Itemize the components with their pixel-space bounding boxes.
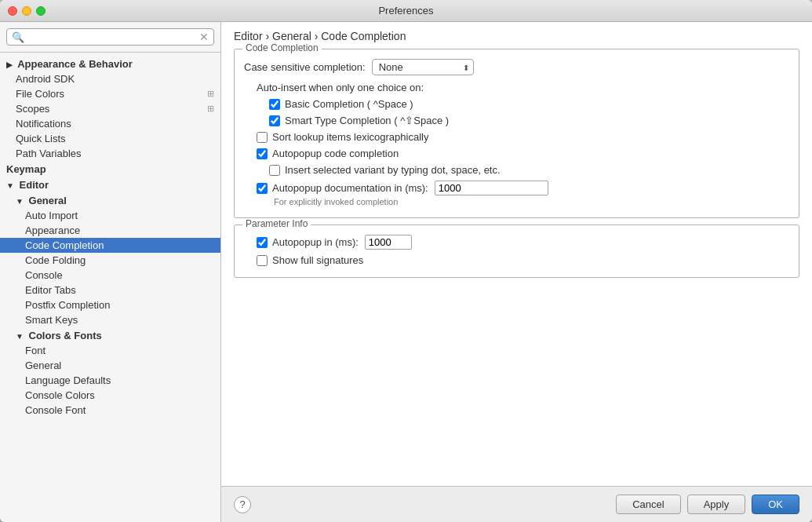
insert-selected-label: Insert selected variant by typing dot, s… — [285, 164, 501, 176]
auto-insert-label: Auto-insert when only one choice on: — [244, 82, 789, 93]
sidebar-item-smart-keys[interactable]: Smart Keys — [0, 312, 220, 327]
autopopup-doc-checkbox[interactable] — [257, 183, 268, 194]
sidebar-item-console-font[interactable]: Console Font — [0, 403, 220, 418]
code-completion-section: Code Completion Case sensitive completio… — [234, 49, 799, 218]
sidebar-item-code-completion[interactable]: Code Completion — [0, 238, 220, 253]
tree: ▶ Appearance & Behavior Android SDK File… — [0, 53, 220, 522]
search-icon: 🔍 — [12, 31, 24, 43]
editor-expand-icon: ▼ — [6, 181, 14, 190]
sidebar-item-appearance[interactable]: Appearance — [0, 223, 220, 238]
expand-icon: ▶ — [6, 60, 13, 69]
basic-completion-checkbox[interactable] — [269, 99, 280, 110]
sidebar-item-font[interactable]: Font — [0, 343, 220, 358]
autopopup-ms-checkbox[interactable] — [257, 237, 268, 248]
insert-selected-checkbox[interactable] — [269, 165, 280, 176]
sort-lookup-label: Sort lookup items lexicographically — [272, 131, 428, 143]
sidebar-item-quick-lists[interactable]: Quick Lists — [0, 131, 220, 146]
button-group: Cancel Apply OK — [616, 495, 799, 514]
basic-completion-label: Basic Completion ( ^Space ) — [285, 98, 413, 110]
autopopup-doc-input[interactable] — [435, 181, 548, 195]
breadcrumb: Editor › General › Code Completion — [221, 22, 812, 42]
case-sensitive-select-wrap: None First letter All letters — [372, 59, 474, 75]
sort-lookup-row: Sort lookup items lexicographically — [244, 131, 789, 143]
sidebar: 🔍 ✕ ▶ Appearance & Behavior Android SDK … — [0, 22, 221, 522]
sidebar-item-language-defaults[interactable]: Language Defaults — [0, 373, 220, 388]
file-colors-icon: ⊞ — [207, 89, 214, 99]
sidebar-item-file-colors[interactable]: File Colors ⊞ — [0, 86, 220, 101]
sort-lookup-checkbox[interactable] — [257, 132, 268, 143]
autopopup-doc-label: Autopopup documentation in (ms): — [272, 182, 428, 194]
basic-completion-row: Basic Completion ( ^Space ) — [244, 98, 789, 110]
parameter-info-title: Parameter Info — [242, 218, 311, 229]
code-completion-title: Code Completion — [242, 42, 322, 53]
smart-type-checkbox[interactable] — [269, 115, 280, 126]
smart-type-row: Smart Type Completion ( ^⇧Space ) — [244, 115, 789, 126]
help-button[interactable]: ? — [234, 496, 251, 513]
for-explicitly-label: For explicitly invoked completion — [246, 197, 789, 206]
autopopup-ms-label: Autopopup in (ms): — [272, 236, 359, 248]
sidebar-item-android-sdk[interactable]: Android SDK — [0, 71, 220, 86]
ok-button[interactable]: OK — [752, 495, 799, 514]
autopopup-code-checkbox[interactable] — [257, 148, 268, 159]
case-sensitive-row: Case sensitive completion: None First le… — [244, 59, 789, 75]
minimize-button[interactable] — [22, 6, 31, 16]
search-input[interactable] — [27, 31, 199, 43]
general-expand-icon: ▼ — [16, 197, 24, 206]
sidebar-item-colors-fonts[interactable]: ▼ Colors & Fonts — [0, 327, 220, 343]
sidebar-item-notifications[interactable]: Notifications — [0, 116, 220, 131]
sidebar-item-scopes[interactable]: Scopes ⊞ — [0, 101, 220, 116]
autopopup-doc-row: Autopopup documentation in (ms): — [244, 181, 789, 195]
main-scroll: Editor › General › Code Completion Code … — [221, 22, 812, 486]
search-box: 🔍 ✕ — [0, 22, 220, 53]
colors-fonts-expand-icon: ▼ — [16, 332, 24, 341]
case-sensitive-select[interactable]: None First letter All letters — [372, 59, 474, 75]
close-button[interactable] — [8, 6, 17, 16]
autopopup-ms-row: Autopopup in (ms): — [244, 235, 789, 250]
main-content: 🔍 ✕ ▶ Appearance & Behavior Android SDK … — [0, 22, 812, 522]
insert-selected-row: Insert selected variant by typing dot, s… — [244, 164, 789, 176]
sidebar-item-keymap[interactable]: Keymap — [0, 161, 220, 177]
apply-button[interactable]: Apply — [687, 495, 746, 514]
main-panel: Editor › General › Code Completion Code … — [221, 22, 812, 522]
cancel-button[interactable]: Cancel — [616, 495, 680, 514]
parameter-info-section: Parameter Info Autopopup in (ms): Show f… — [234, 224, 799, 278]
sidebar-item-console-colors[interactable]: Console Colors — [0, 388, 220, 403]
show-full-sigs-checkbox[interactable] — [257, 255, 268, 266]
search-wrap: 🔍 ✕ — [6, 28, 214, 46]
sidebar-item-auto-import[interactable]: Auto Import — [0, 208, 220, 223]
clear-icon[interactable]: ✕ — [199, 31, 209, 43]
autopopup-ms-input[interactable] — [365, 235, 412, 250]
maximize-button[interactable] — [36, 6, 46, 16]
window-title: Preferences — [378, 5, 433, 16]
sidebar-item-editor-tabs[interactable]: Editor Tabs — [0, 283, 220, 298]
sidebar-item-general[interactable]: ▼ General — [0, 192, 220, 208]
case-sensitive-label: Case sensitive completion: — [244, 61, 366, 73]
show-full-sigs-label: Show full signatures — [272, 254, 363, 266]
sidebar-item-appearance-behavior[interactable]: ▶ Appearance & Behavior — [0, 56, 220, 71]
sidebar-item-editor[interactable]: ▼ Editor — [0, 177, 220, 192]
sidebar-item-console[interactable]: Console — [0, 268, 220, 283]
sidebar-item-code-folding[interactable]: Code Folding — [0, 253, 220, 268]
sidebar-item-path-variables[interactable]: Path Variables — [0, 146, 220, 161]
preferences-window: Preferences 🔍 ✕ ▶ Appearance & Behavior … — [0, 0, 812, 522]
title-bar: Preferences — [0, 0, 812, 22]
bottom-bar: ? Cancel Apply OK — [221, 486, 812, 522]
autopopup-code-label: Autopopup code completion — [272, 148, 399, 159]
traffic-lights — [8, 6, 46, 16]
sidebar-item-postfix-completion[interactable]: Postfix Completion — [0, 298, 220, 312]
show-full-sigs-row: Show full signatures — [244, 254, 789, 266]
scopes-icon: ⊞ — [207, 104, 214, 114]
autopopup-code-row: Autopopup code completion — [244, 148, 789, 159]
sidebar-item-general-cf[interactable]: General — [0, 358, 220, 373]
smart-type-label: Smart Type Completion ( ^⇧Space ) — [285, 115, 449, 126]
